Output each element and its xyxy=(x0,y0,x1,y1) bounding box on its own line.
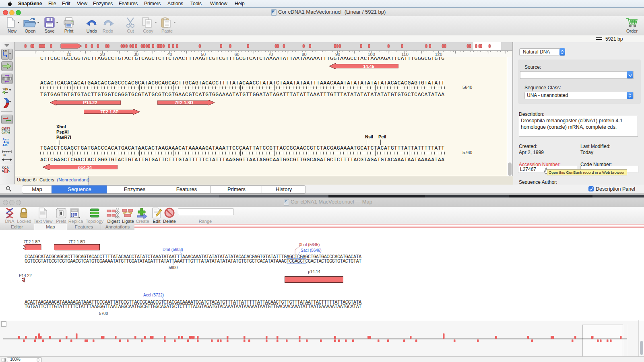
svg-text:14.45: 14.45 xyxy=(363,64,374,69)
svg-text:7E2 1.8D: 7E2 1.8D xyxy=(175,100,193,105)
svg-text:P14.22: P14.22 xyxy=(83,100,97,105)
svg-text:p14.14: p14.14 xyxy=(78,165,92,170)
svg-text:7E2 1.8P: 7E2 1.8P xyxy=(100,109,118,114)
svg-text:∞: ∞ xyxy=(3,153,6,156)
